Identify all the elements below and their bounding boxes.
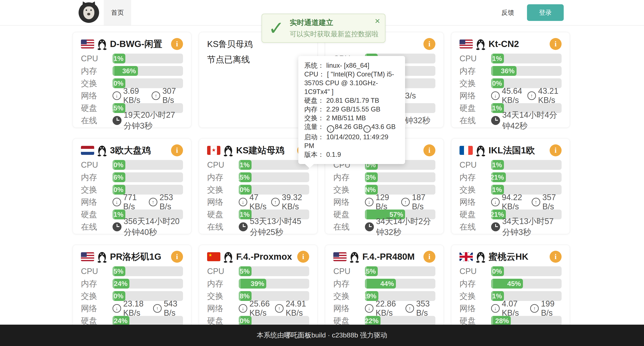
stat-rows: CPU0%内存45%交换1%网络↓4.07 KB/s↑199 B/s硬盘28% — [460, 266, 562, 326]
cpu-progress-bar: 1% — [491, 160, 562, 170]
stat-rows: CPU5%内存24%交换0%网络↓23.18 KB/s↑543 B/s硬盘24% — [81, 266, 183, 326]
footer-text: build · c23b88b 强力驱动 — [311, 330, 387, 340]
stat-label: 网络 — [460, 197, 491, 208]
stat-row-net: 网络↓94.22 KB/s↑357 B/s — [460, 197, 562, 207]
stat-label: 硬盘 — [460, 103, 491, 114]
net-upload-value: 307 B/s — [162, 86, 183, 105]
stat-label: 硬盘 — [207, 209, 239, 220]
info-icon[interactable]: i — [424, 38, 436, 50]
tooltip-row: 版本：0.1.9 — [304, 150, 399, 159]
download-arrow-icon: ↓ — [239, 198, 247, 206]
card-header: D-BWG-闲置 i — [81, 38, 183, 50]
cpu-percent-label: 1% — [492, 55, 502, 62]
stat-label: CPU — [81, 54, 112, 63]
stat-row-net: 网络↓771 B/s↑253 B/s — [81, 197, 183, 207]
stat-row-cpu: CPU5% — [207, 266, 309, 276]
stat-label: 交换 — [207, 184, 239, 195]
swap-percent-label: 0% — [114, 186, 124, 194]
tooltip-value: 2 MB/511 MB — [326, 114, 366, 122]
uptime-value: 34天14小时4分钟42秒 — [502, 110, 562, 131]
login-button[interactable]: 登录 — [527, 4, 564, 21]
server-name: F.4.-PR480M — [362, 252, 415, 262]
tab-home[interactable]: 首页 — [104, 0, 131, 25]
server-card: Kt-CN2 i CPU1%内存36%交换0%网络↓45.64 KB/s↑43.… — [451, 32, 570, 128]
footer: 本系统由 哪吒面板 build · c23b88b 强力驱动 — [0, 325, 644, 346]
close-icon[interactable]: ✕ — [374, 17, 380, 25]
cpu-percent-label: 0% — [492, 268, 502, 275]
net-value: ↓23.18 KB/s↑543 B/s — [112, 299, 183, 318]
info-icon[interactable]: i — [171, 251, 183, 263]
linux-penguin-icon — [97, 251, 107, 263]
download-arrow-icon: ↓ — [112, 304, 121, 313]
download-arrow-icon: ↓ — [239, 304, 247, 313]
stat-row-cpu: CPU0% — [460, 266, 562, 276]
upload-arrow-icon: ↑ — [149, 198, 157, 206]
stat-row-online: 在线34天13小时57分钟3秒 — [460, 222, 562, 232]
stat-rows: CPU0%内存6%交换0%网络↓771 B/s↑253 B/s硬盘1%在线356… — [81, 160, 183, 232]
info-icon[interactable]: i — [424, 144, 436, 156]
server-info-tooltip: 系统：linux- [x86_64]CPU：[ "Intel(R) Core(T… — [298, 56, 405, 164]
info-icon[interactable]: i — [171, 144, 183, 156]
upload-arrow-icon: ↑ — [532, 198, 540, 206]
stat-row-online: 在线19天20小时27分钟3秒 — [81, 116, 183, 125]
info-icon[interactable]: i — [171, 38, 183, 50]
nezha-panel-link[interactable]: 哪吒面板 — [284, 330, 311, 340]
net-download-value: 129 B/s — [376, 193, 399, 211]
info-icon[interactable]: i — [297, 251, 309, 263]
stat-row-online: 在线34天14小时2分钟32秒 — [333, 222, 436, 232]
clock-icon — [112, 116, 122, 125]
cpu-percent-label: 5% — [114, 268, 124, 275]
stat-label: 网络 — [81, 90, 112, 101]
online-value: 53天13小时45分钟25秒 — [239, 216, 309, 238]
server-card: D-BWG-闲置 i CPU1%内存36%交换0%网络↓3.69 KB/s↑30… — [72, 32, 191, 128]
stat-rows: CPU1%内存15%交换0%网络↓47 KB/s↑39.32 KB/s硬盘1%在… — [207, 160, 309, 232]
net-download-value: 25.66 KB/s — [250, 299, 273, 318]
card-header: KS建站母鸡 i — [207, 144, 309, 156]
server-card: IKL法国1欧 i CPU1%内存21%交换1%网络↓94.22 KB/s↑35… — [451, 138, 570, 234]
disk-progress-fill: 10% — [239, 316, 252, 326]
stat-label: 硬盘 — [81, 209, 112, 220]
info-icon[interactable]: i — [550, 144, 562, 156]
logo-avatar[interactable] — [78, 2, 99, 23]
upload-arrow-icon: ↑ — [528, 92, 536, 100]
stat-row-net: 网络↓23.18 KB/s↑543 B/s — [81, 304, 183, 313]
online-value: 356天14小时20分钟40秒 — [112, 216, 183, 238]
stat-rows: CPU15%内存44%交换19%网络↓22.86 KB/s↑353 B/s硬盘2… — [333, 266, 436, 326]
mem-progress-bar: 39% — [239, 279, 309, 288]
toast-title: 实时通道建立 — [290, 18, 378, 28]
server-name: PR洛杉矶1G — [110, 251, 161, 263]
stat-row-cpu: CPU1% — [207, 160, 309, 170]
country-flag-icon — [81, 40, 94, 48]
stat-row-mem: 内存44% — [333, 279, 436, 288]
cpu-progress-bar: 5% — [239, 266, 309, 276]
net-upload-value: 253 B/s — [160, 193, 183, 211]
logo-face-icon — [83, 6, 94, 19]
linux-penguin-icon — [350, 251, 359, 263]
stat-row-disk: 硬盘28% — [460, 316, 562, 326]
info-icon[interactable]: i — [550, 251, 562, 263]
info-icon[interactable]: i — [550, 38, 562, 50]
server-name: IKL法国1欧 — [488, 144, 535, 156]
net-fragment: 3/s — [405, 91, 416, 100]
feedback-link[interactable]: 反馈 — [501, 8, 514, 17]
upload-arrow-icon: ↑ — [364, 125, 371, 133]
stat-row-net: 网络↓22.86 KB/s↑353 B/s — [333, 304, 436, 313]
download-arrow-icon: ↓ — [491, 304, 500, 313]
stat-row-net: 网络↓4.07 KB/s↑199 B/s — [460, 304, 562, 313]
stat-label: 在线 — [207, 222, 239, 232]
upload-arrow-icon: ↑ — [271, 198, 280, 206]
info-icon[interactable]: i — [424, 251, 436, 263]
check-icon: ✓ — [268, 19, 284, 38]
mem-progress-fill: 39% — [239, 279, 266, 288]
country-flag-icon — [207, 146, 220, 155]
cpu-progress-fill: 1% — [112, 54, 125, 64]
stat-rows: CPU1%内存36%交换0%网络↓3.69 KB/s↑307 B/s硬盘15%在… — [81, 54, 183, 125]
country-flag-icon — [460, 40, 473, 48]
stat-label: 网络 — [207, 197, 239, 208]
disk-progress-fill: 24% — [112, 316, 130, 326]
disk-percent-label: 24% — [114, 317, 128, 325]
mem-progress-fill: 24% — [112, 279, 130, 288]
net-value: ↓45.64 KB/s↑43.21 KB/s — [491, 86, 562, 105]
linux-penguin-icon — [476, 251, 486, 263]
server-name: 3欧大盘鸡 — [110, 144, 151, 156]
